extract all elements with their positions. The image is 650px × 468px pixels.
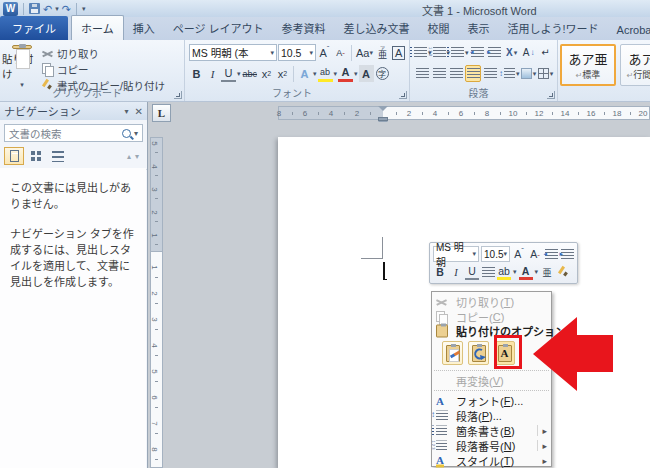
mini-grow-font-button[interactable]: A [512, 246, 526, 262]
font-color-dropdown-icon[interactable]: ▾ [535, 268, 539, 276]
mini-increase-indent-button[interactable] [560, 246, 574, 262]
left-indent-marker[interactable] [378, 117, 388, 121]
menu-item-font[interactable]: A フォント(F)... [432, 393, 551, 408]
mini-shrink-font-button[interactable]: A [528, 246, 542, 262]
shading-button[interactable]: ▾ [521, 65, 537, 82]
mini-font-name-combo[interactable]: MS 明朝 ▾ [433, 246, 479, 262]
undo-dropdown-icon[interactable]: ▾ [55, 5, 59, 13]
font-dialog-launcher-icon[interactable] [399, 91, 407, 99]
mini-font-size-value: 10.5 [484, 249, 503, 260]
mini-distribute-button[interactable]: 亜 [540, 264, 554, 280]
nav-tab-headings[interactable] [4, 147, 24, 165]
justify-button[interactable] [465, 65, 481, 82]
tab-home[interactable]: ホーム [71, 15, 124, 40]
grow-font-button[interactable]: A [317, 44, 332, 61]
tab-page-layout[interactable]: ページ レイアウト [164, 16, 273, 40]
font-size-combo[interactable]: 10.5 ▾ [278, 44, 316, 61]
text-effects-dropdown-icon[interactable]: ▾ [313, 70, 317, 78]
document-search-input[interactable]: 文書の検索 ▾ [4, 124, 143, 142]
distribute-button[interactable] [482, 65, 498, 82]
paste-option-merge-formatting[interactable] [468, 341, 489, 365]
style-no-spacing[interactable]: あア亜 ↵行間詰め [620, 44, 650, 86]
menu-item-paragraph[interactable]: 段落(P)... [432, 408, 551, 423]
cut-button[interactable]: 切り取り [42, 46, 165, 60]
font-name-combo[interactable]: MS 明朝 (本 ▾ [189, 44, 277, 61]
highlight-button[interactable]: ab [318, 65, 333, 82]
enclose-line-button[interactable]: A [391, 44, 406, 61]
horizontal-ruler[interactable]: 86422468101214161820 [278, 105, 650, 121]
subscript-button[interactable]: x2 [259, 65, 274, 82]
tab-view[interactable]: 表示 [459, 16, 499, 40]
tab-word-tips[interactable]: 活用しよう!ワード [499, 16, 608, 40]
word-logo-icon[interactable]: W [3, 2, 18, 16]
nav-tab-results[interactable] [48, 147, 68, 165]
tab-references[interactable]: 参考資料 [273, 16, 335, 40]
vertical-ruler[interactable]: 5432112345678 [150, 137, 163, 468]
pane-options-dropdown-icon[interactable]: ▾ [125, 107, 129, 116]
highlight-dropdown-icon[interactable]: ▾ [513, 268, 517, 276]
nav-tab-pages[interactable] [26, 147, 46, 165]
mini-italic-button[interactable]: I [449, 264, 463, 280]
sort-button[interactable]: A↓ [521, 44, 537, 61]
shrink-font-button[interactable]: A [333, 44, 348, 61]
text-effects-button[interactable]: A [297, 65, 312, 82]
paragraph-dialog-launcher-icon[interactable] [547, 91, 555, 99]
extended-formatting-button[interactable]: X▾ [504, 44, 520, 61]
clipboard-dialog-launcher-icon[interactable] [174, 91, 182, 99]
show-marks-button[interactable]: ↵ [538, 44, 554, 61]
paste-button[interactable]: 貼り付け ▾ [2, 42, 42, 89]
close-pane-icon[interactable]: ✕ [135, 106, 143, 117]
search-icon[interactable] [122, 129, 131, 138]
underline-button[interactable]: U [221, 65, 236, 82]
decrease-indent-button[interactable] [470, 44, 486, 61]
enclose-character-button[interactable]: 字 [375, 65, 390, 82]
align-right-button[interactable] [448, 65, 464, 82]
ruby-button[interactable]: ア 亜 [375, 44, 390, 61]
align-center-button[interactable] [431, 65, 447, 82]
menu-item-bullets[interactable]: 箇条書き(B) ▸ [432, 423, 551, 438]
menu-item-numbering[interactable]: 段落番号(N) ▸ [432, 438, 551, 453]
line-spacing-button[interactable]: ↕▾ [499, 65, 520, 82]
underline-dropdown-icon[interactable]: ▾ [237, 70, 241, 78]
paste-option-keep-source-formatting[interactable] [442, 341, 463, 365]
previous-next-icons[interactable]: ▴▾ [127, 152, 143, 161]
font-color-dropdown-icon[interactable]: ▾ [354, 70, 358, 78]
align-left-button[interactable] [414, 65, 430, 82]
font-color-button[interactable]: A [338, 65, 353, 82]
undo-icon[interactable]: ↶ [43, 2, 52, 16]
mini-center-button[interactable] [481, 264, 495, 280]
mini-highlight-button[interactable]: ab [497, 264, 511, 280]
increase-indent-button[interactable] [487, 44, 503, 61]
tab-acrobat[interactable]: Acrobat [608, 20, 650, 40]
chevron-down-icon: ▾ [369, 49, 373, 57]
mini-decrease-indent-button[interactable] [544, 246, 558, 262]
mini-bold-button[interactable]: B [433, 264, 447, 280]
search-options-dropdown-icon[interactable]: ▾ [134, 129, 138, 138]
menu-item-style[interactable]: A スタイル(T) ▸ [432, 453, 551, 468]
character-shading-button[interactable]: A [359, 65, 374, 82]
multilevel-list-button[interactable]: ▾ [451, 44, 469, 61]
tab-insert[interactable]: 挿入 [124, 16, 164, 40]
style-normal[interactable]: あア亜 ↵標準 [560, 44, 616, 86]
tab-selector-button[interactable]: L [152, 104, 171, 122]
mini-format-painter-button[interactable] [556, 264, 570, 280]
mini-underline-button[interactable]: U [465, 264, 479, 280]
change-case-button[interactable]: Aa ▾ [355, 44, 374, 61]
redo-icon[interactable]: ↷ [62, 2, 71, 16]
strikethrough-button[interactable]: abc [242, 65, 259, 82]
ruler-number: 20 [639, 109, 648, 118]
borders-button[interactable]: ▾ [538, 65, 554, 82]
bold-button[interactable]: B [189, 65, 204, 82]
tab-mailings[interactable]: 差し込み文書 [335, 16, 419, 40]
tab-review[interactable]: 校閲 [419, 16, 459, 40]
copy-button[interactable]: コピー [42, 62, 165, 76]
mini-font-color-button[interactable]: A [519, 264, 533, 280]
tab-file[interactable]: ファイル [0, 16, 68, 40]
save-icon[interactable] [29, 3, 40, 14]
menu-item-cut[interactable]: 切り取り(T) [432, 294, 551, 309]
highlight-dropdown-icon[interactable]: ▾ [334, 70, 338, 78]
superscript-button[interactable]: x2 [275, 65, 290, 82]
customize-qat-dropdown-icon[interactable]: ▾ [82, 5, 86, 13]
italic-button[interactable]: I [205, 65, 220, 82]
mini-font-size-combo[interactable]: 10.5 ▾ [481, 246, 510, 262]
